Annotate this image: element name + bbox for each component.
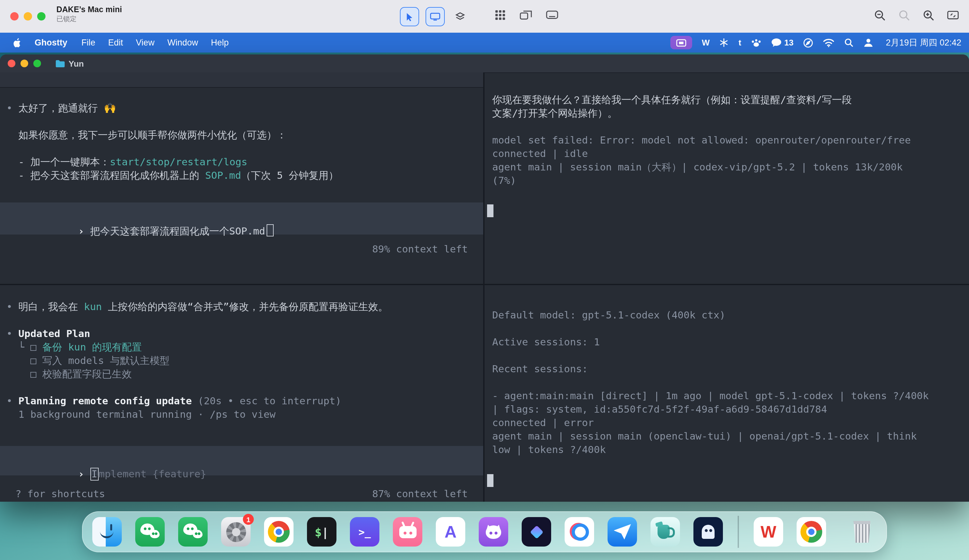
screen-control-icon[interactable] [426, 7, 445, 26]
zoom-reset-icon[interactable] [899, 10, 910, 21]
chat-bubble-icon-small [193, 530, 203, 538]
context-left-indicator: 89% context left [372, 243, 468, 256]
prompt-input-left-top[interactable]: › 把今天这套部署流程固化成一个SOP.md [0, 203, 483, 234]
wechat-icon [771, 38, 781, 47]
cat-face-icon [486, 525, 501, 538]
dollar-glyph: $ [315, 525, 322, 538]
pane-left: • 太好了，跑通就行 🙌 如果你愿意，我下一步可以顺手帮你做两件小优化（可选）：… [0, 72, 483, 502]
finder-face [92, 517, 122, 547]
remote-machine-status: 已锁定 [57, 15, 122, 23]
menu-help[interactable]: Help [205, 33, 235, 53]
window-minimize-button[interactable] [20, 60, 28, 67]
terminal-cursor [487, 204, 493, 217]
terminal-window: Yun • 太好了，跑通就行 🙌 如果你愿意，我下一步可以顺手帮你做两件小优化（… [0, 55, 969, 502]
wifi-icon[interactable] [823, 38, 834, 47]
terminal-content: • 太好了，跑通就行 🙌 如果你愿意，我下一步可以顺手帮你做两件小优化（可选）：… [0, 72, 969, 502]
dock-wps-icon[interactable]: W [754, 517, 783, 547]
window-title: Yun [68, 59, 84, 68]
wechat-badge: 13 [784, 38, 793, 47]
dock-jug-app-icon[interactable] [651, 517, 680, 547]
tv-icon [399, 526, 416, 538]
menu-edit[interactable]: Edit [102, 33, 130, 53]
window-zoom-button[interactable] [33, 60, 41, 67]
text-cursor [266, 224, 273, 236]
menu-file[interactable]: File [75, 33, 102, 53]
windows-icon[interactable] [520, 10, 532, 20]
zoom-out-icon[interactable] [874, 10, 886, 21]
dock-terminal-icon[interactable]: $| [307, 517, 336, 547]
apple-menu-icon[interactable] [8, 38, 27, 48]
input-placeholder: mplement {feature} [99, 469, 206, 480]
screen-sharing-pill-icon[interactable] [670, 36, 692, 49]
paper-plane-icon [614, 523, 631, 540]
folder-icon [55, 60, 65, 67]
fit-screen-icon[interactable] [947, 10, 959, 20]
close-button[interactable] [10, 12, 18, 20]
notification-badge: 1 [243, 514, 254, 525]
prompt-glyph: >_ [358, 526, 371, 538]
trash-basket-icon [852, 521, 872, 543]
t-app-status-icon[interactable]: t [739, 38, 741, 47]
dock-circles-app-icon[interactable] [564, 517, 594, 547]
dock-trash-icon[interactable] [847, 517, 877, 547]
terminal-cursor-2 [487, 474, 493, 487]
agent-output-top: 你现在要我做什么？直接给我一个具体任务就行（例如：设置提醒/查资料/写一段文案/… [492, 93, 960, 188]
dock-finder-icon[interactable] [92, 517, 122, 547]
user-switch-icon[interactable] [863, 38, 874, 47]
arc-letter: A [445, 522, 457, 542]
dock-chrome-icon[interactable] [264, 517, 293, 547]
layers-icon[interactable] [451, 8, 469, 26]
chrome-logo-icon [801, 521, 822, 543]
dock-separator [738, 516, 739, 548]
snowflake-icon[interactable] [719, 38, 729, 47]
pane-right: 你现在要我做什么？直接给我一个具体任务就行（例如：设置提醒/查资料/写一段文案/… [484, 72, 969, 502]
dock-paper-plane-app-icon[interactable] [608, 517, 637, 547]
wps-status-icon[interactable]: W [702, 38, 710, 47]
app-grid-icon[interactable] [495, 10, 506, 20]
agent-output-bottom: Default model: gpt-5.1-codex (400k ctx) … [492, 309, 960, 457]
dock-warp-terminal-icon[interactable]: >_ [350, 517, 380, 547]
cursor-tool-icon[interactable] [400, 7, 419, 26]
dock-chrome-2-icon[interactable] [797, 517, 826, 547]
display-icon[interactable] [546, 10, 558, 20]
dock-arc-browser-icon[interactable]: A [436, 517, 465, 547]
gear-icon [226, 522, 246, 542]
circles-icon [570, 522, 589, 542]
menu-view[interactable]: View [130, 33, 161, 53]
search-icon[interactable] [844, 38, 854, 47]
assistant-message-2: • 明白，我会在 kun 上按你给的内容做“合并式”修改，并先备份原配置再验证生… [7, 301, 478, 422]
dock-bilibili-icon[interactable] [393, 517, 422, 547]
menu-bar: Ghostty File Edit View Window Help W t 1… [0, 33, 969, 53]
prompt-input-left-bottom[interactable]: › Implement {feature} [0, 446, 483, 475]
menu-clock[interactable]: 2月19日 周四 02:42 [883, 37, 961, 48]
gem-icon [530, 525, 543, 538]
prompt-chevron-2: › [78, 469, 84, 480]
wps-letter: W [761, 522, 776, 542]
menu-window[interactable]: Window [161, 33, 205, 53]
wechat-status[interactable]: 13 [771, 38, 793, 47]
menu-app-name[interactable]: Ghostty [27, 33, 75, 53]
compass-icon[interactable] [803, 38, 813, 48]
chrome-logo-icon [268, 521, 290, 543]
jug-icon [657, 525, 669, 539]
dock-ghostty-icon[interactable] [693, 517, 723, 547]
window-close-button[interactable] [8, 60, 15, 67]
dock-wechat-icon[interactable] [135, 517, 165, 547]
zoom-in-icon[interactable] [923, 10, 934, 21]
minimize-button[interactable] [24, 12, 32, 20]
window-title-bar[interactable]: Yun [0, 55, 969, 73]
status-row: ? for shortcuts 87% context left [15, 488, 468, 501]
ghost-icon [702, 525, 714, 539]
dock-gem-app-icon[interactable] [522, 517, 551, 547]
chat-bubble-icon-small [150, 530, 160, 538]
cursor-glyph: | [322, 525, 329, 538]
left-pane-top-strip [0, 72, 483, 88]
dock-system-settings-icon[interactable]: 1 [221, 517, 251, 547]
dock-wechat-2-icon[interactable] [178, 517, 208, 547]
remote-window-controls[interactable] [10, 12, 45, 20]
dock-cat-app-icon[interactable] [479, 517, 508, 547]
paw-icon[interactable] [751, 38, 761, 47]
context-left-indicator-2: 87% context left [372, 488, 468, 501]
zoom-button[interactable] [37, 12, 45, 20]
input-text[interactable]: 把今天这套部署流程固化成一个SOP.md [90, 226, 265, 237]
